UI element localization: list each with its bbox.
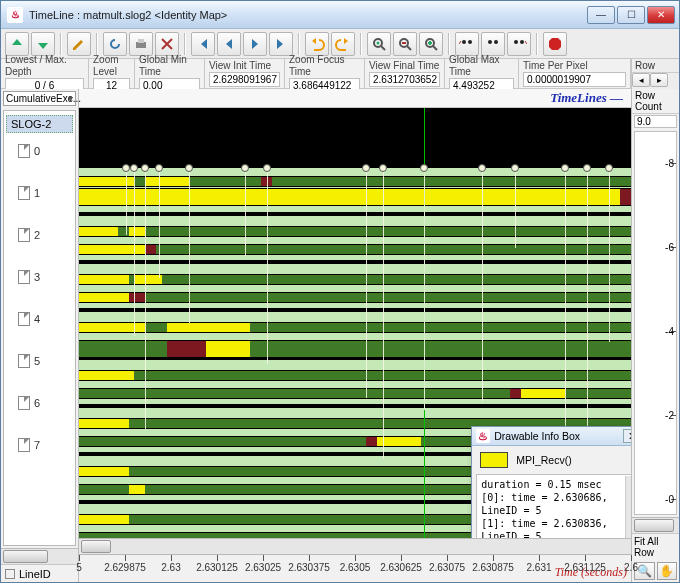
print-button[interactable] <box>129 32 153 56</box>
message-node[interactable] <box>122 164 130 172</box>
leaf-label: 5 <box>34 355 40 367</box>
popup-close-icon[interactable]: ✕ <box>623 429 631 443</box>
message-node[interactable] <box>478 164 486 172</box>
depth-label: Lowest / Max. Depth <box>5 54 84 78</box>
zoom-fit-button[interactable] <box>367 32 391 56</box>
canvas-column: TimeLines — ♨Drawable Info Box✕MPI_Recv(… <box>79 89 631 582</box>
message-node[interactable] <box>185 164 193 172</box>
tree-root[interactable]: SLOG-2 <box>6 115 73 133</box>
message-node[interactable] <box>583 164 591 172</box>
tpp-label: Time Per Pixel <box>523 60 626 72</box>
vruler-label: -6 <box>665 241 674 252</box>
message-wire <box>482 172 483 401</box>
nav-last-button[interactable] <box>269 32 293 56</box>
popup-body: duration = 0.15 msec[0]: time = 2.630686… <box>476 474 631 538</box>
close-button[interactable]: ✕ <box>647 6 675 24</box>
message-node[interactable] <box>362 164 370 172</box>
nav-down-button[interactable] <box>31 32 55 56</box>
color-swatch <box>480 452 508 468</box>
message-wire <box>145 172 146 429</box>
message-node[interactable] <box>241 164 249 172</box>
nav-first-button[interactable] <box>191 32 215 56</box>
row-left-button[interactable]: ◂ <box>632 73 650 87</box>
minimize-button[interactable]: — <box>587 6 615 24</box>
canvas-hscroll[interactable] <box>79 538 631 554</box>
timeline-canvas[interactable]: ♨Drawable Info Box✕MPI_Recv()duration = … <box>79 108 631 538</box>
zoom-label: Zoom Level <box>93 54 130 78</box>
message-node[interactable] <box>155 164 163 172</box>
ruler-tick-label: 2.631125 <box>564 562 606 573</box>
undo-button[interactable] <box>305 32 329 56</box>
ruler-tick-label: 2.630375 <box>288 562 330 573</box>
page-icon <box>18 270 30 284</box>
tree[interactable]: SLOG-2 01234567 <box>3 110 76 546</box>
message-node[interactable] <box>561 164 569 172</box>
timeline-row-2[interactable] <box>79 264 631 308</box>
zoom-in-button[interactable] <box>419 32 443 56</box>
ruler-tick-label: 5 <box>76 562 82 573</box>
edit-button[interactable] <box>67 32 91 56</box>
stop-button[interactable] <box>543 32 567 56</box>
find-prev-button[interactable] <box>455 32 479 56</box>
refresh-button[interactable] <box>103 32 127 56</box>
ruler-tick-label: 2.630875 <box>472 562 514 573</box>
gmin-label: Global Min Time <box>139 54 200 78</box>
row-right-button[interactable]: ▸ <box>650 73 668 87</box>
message-node[interactable] <box>605 164 613 172</box>
timeline-row-3[interactable] <box>79 312 631 356</box>
row-hand-button[interactable]: ✋ <box>657 562 678 580</box>
lineid-label: LineID <box>1 564 78 582</box>
nav-up-button[interactable] <box>5 32 29 56</box>
timeline-row-4[interactable] <box>79 360 631 404</box>
find-init-button[interactable] <box>481 32 505 56</box>
message-node[interactable] <box>141 164 149 172</box>
redo-button[interactable] <box>331 32 355 56</box>
message-node[interactable] <box>130 164 138 172</box>
right-header-col: Row ◂ ▸ <box>631 59 679 89</box>
timeline-row-1[interactable] <box>79 216 631 260</box>
svg-point-3 <box>377 41 380 44</box>
message-wire <box>267 172 268 364</box>
right-vscroll[interactable] <box>632 517 679 533</box>
page-icon <box>18 144 30 158</box>
vfinal-value: 2.6312703652 <box>369 72 440 87</box>
message-wire <box>424 172 425 410</box>
tree-leaf-1[interactable]: 1 <box>4 183 75 203</box>
message-node[interactable] <box>379 164 387 172</box>
page-icon <box>18 354 30 368</box>
find-next-button[interactable] <box>507 32 531 56</box>
popup-line: [1]: time = 2.630836, LineID = 5 <box>481 517 631 538</box>
tree-leaf-0[interactable]: 0 <box>4 141 75 161</box>
message-wire <box>189 172 190 323</box>
timeline-row-0[interactable] <box>79 168 631 212</box>
tree-leaf-3[interactable]: 3 <box>4 267 75 287</box>
drawable-info-popup[interactable]: ♨Drawable Info Box✕MPI_Recv()duration = … <box>471 426 631 538</box>
zoom-out-button[interactable] <box>393 32 417 56</box>
tree-leaf-6[interactable]: 6 <box>4 393 75 413</box>
svg-point-10 <box>514 40 518 44</box>
fit-all-row-label: Fit All Row <box>632 533 679 560</box>
tree-leaf-7[interactable]: 7 <box>4 435 75 455</box>
message-node[interactable] <box>263 164 271 172</box>
nav-prev-button[interactable] <box>217 32 241 56</box>
nav-next-button[interactable] <box>243 32 267 56</box>
popup-scrollbar[interactable] <box>625 476 631 538</box>
left-hscroll[interactable] <box>1 548 78 564</box>
leaf-label: 4 <box>34 313 40 325</box>
message-node[interactable] <box>511 164 519 172</box>
mode-combo[interactable]: CumulativeExc... <box>3 91 76 106</box>
maximize-button[interactable]: ☐ <box>617 6 645 24</box>
message-wire <box>383 172 384 459</box>
vfinal-label: View Final Time <box>369 60 440 72</box>
popup-line: [0]: time = 2.630686, LineID = 5 <box>481 491 631 517</box>
ruler-tick-label: 2.629875 <box>104 562 146 573</box>
discard-button[interactable] <box>155 32 179 56</box>
popup-title: Drawable Info Box <box>494 430 580 442</box>
java-icon: ♨ <box>7 7 23 23</box>
tree-leaf-5[interactable]: 5 <box>4 351 75 371</box>
titlebar: ♨ TimeLine : matmult.slog2 <Identity Map… <box>1 1 679 29</box>
ruler-tick-label: 2.6305 <box>340 562 371 573</box>
tree-leaf-2[interactable]: 2 <box>4 225 75 245</box>
message-node[interactable] <box>420 164 428 172</box>
tree-leaf-4[interactable]: 4 <box>4 309 75 329</box>
